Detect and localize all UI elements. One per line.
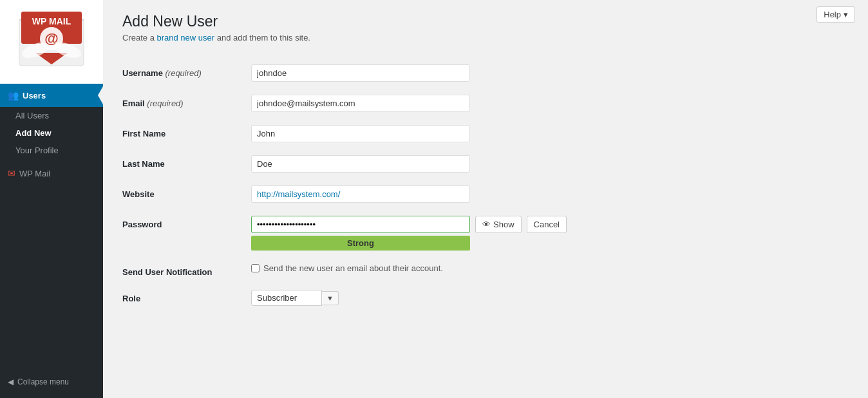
sidebar-submenu-users: All Users Add New Your Profile [0, 107, 103, 159]
add-user-form: Username (required) Email (required) Fir… [122, 58, 849, 312]
website-label: Website [122, 185, 251, 199]
notification-checkbox[interactable] [251, 264, 259, 272]
role-select-arrow: ▼ [322, 291, 339, 305]
email-field-wrapper [251, 95, 637, 112]
wp-mail-logo: WP MAIL @ [16, 6, 87, 77]
email-label: Email (required) [122, 95, 251, 108]
eye-icon: 👁 [482, 220, 491, 229]
role-row: Role Subscriber Contributor Author Edito… [122, 283, 849, 312]
username-row: Username (required) [122, 58, 849, 88]
cancel-label: Cancel [534, 220, 560, 229]
sidebar-collapse-label: Collapse menu [17, 377, 69, 386]
cancel-password-button[interactable]: Cancel [527, 216, 567, 233]
password-label: Password [122, 216, 251, 229]
website-field-wrapper [251, 185, 637, 203]
firstname-label: First Name [122, 125, 251, 138]
collapse-icon: ◀ [8, 377, 14, 386]
firstname-field-wrapper [251, 125, 637, 142]
sidebar-item-all-users[interactable]: All Users [0, 107, 103, 124]
sidebar-item-add-new[interactable]: Add New [0, 124, 103, 142]
email-row: Email (required) [122, 88, 849, 118]
lastname-input[interactable] [251, 155, 470, 173]
username-label: Username (required) [122, 64, 251, 78]
sidebar-wpmail-label: WP Mail [19, 169, 50, 178]
notification-field: Send the new user an email about their a… [251, 263, 637, 273]
sidebar-item-wp-mail[interactable]: ✉ WP Mail [0, 162, 103, 185]
main-content: Help ▾ Add New User Create a brand new u… [103, 0, 868, 398]
lastname-label: Last Name [122, 155, 251, 169]
firstname-input[interactable] [251, 125, 470, 142]
notification-controls: Send the new user an email about their a… [251, 263, 637, 273]
page-subtitle: Create a brand new user and add them to … [122, 33, 849, 43]
password-row: Password 👁 Show Cancel Strong [122, 209, 849, 257]
role-label: Role [122, 290, 251, 303]
notification-row: Send User Notification Send the new user… [122, 257, 849, 283]
role-select[interactable]: Subscriber Contributor Author Editor Adm… [251, 290, 322, 306]
mail-icon: ✉ [8, 168, 15, 178]
sidebar-item-users[interactable]: 👥 Users [0, 84, 103, 107]
password-input[interactable] [251, 216, 470, 233]
show-password-button[interactable]: 👁 Show [475, 216, 522, 233]
page-title: Add New User [122, 13, 849, 30]
firstname-row: First Name [122, 118, 849, 149]
sidebar: WP MAIL @ 👥 Users All Users Add New Your… [0, 0, 103, 398]
help-button[interactable]: Help ▾ [816, 6, 855, 23]
website-input[interactable] [251, 185, 470, 203]
notification-text: Send the new user an email about their a… [263, 263, 443, 273]
role-select-wrapper: Subscriber Contributor Author Editor Adm… [251, 290, 637, 306]
notification-label: Send User Notification [122, 263, 251, 277]
sidebar-collapse-button[interactable]: ◀ Collapse menu [0, 371, 103, 393]
website-row: Website [122, 179, 849, 209]
username-field [251, 64, 637, 82]
role-field: Subscriber Contributor Author Editor Adm… [251, 290, 637, 306]
sidebar-item-your-profile[interactable]: Your Profile [0, 142, 103, 159]
svg-text:WP MAIL: WP MAIL [32, 16, 71, 26]
help-label: Help [824, 10, 841, 19]
sidebar-logo: WP MAIL @ [0, 0, 103, 84]
users-icon: 👥 [8, 90, 19, 100]
password-field-wrapper: 👁 Show Cancel Strong [251, 216, 637, 251]
password-controls: 👁 Show Cancel [251, 216, 637, 233]
show-label: Show [493, 220, 514, 229]
email-input[interactable] [251, 95, 470, 112]
subtitle-link[interactable]: brand new user [156, 33, 214, 43]
username-input[interactable] [251, 64, 470, 82]
lastname-field-wrapper [251, 155, 637, 173]
password-strength-bar: Strong [251, 236, 470, 251]
sidebar-users-label: Users [23, 91, 46, 100]
lastname-row: Last Name [122, 149, 849, 179]
sidebar-menu: 👥 Users All Users Add New Your Profile ✉… [0, 84, 103, 398]
help-dropdown-icon: ▾ [844, 10, 848, 19]
